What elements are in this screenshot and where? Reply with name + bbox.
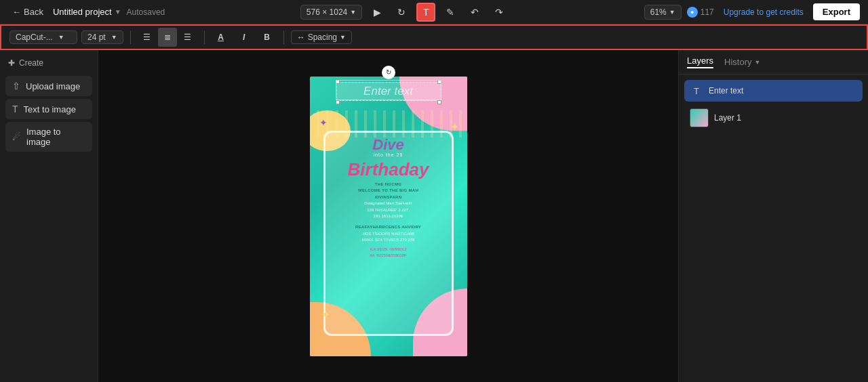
- color-button[interactable]: A: [212, 28, 231, 47]
- font-size-value: 24 pt: [87, 33, 106, 42]
- layer-item-0[interactable]: T Enter text: [684, 80, 863, 102]
- canvas-area[interactable]: ↻ Enter text: [98, 50, 678, 382]
- toolbar-divider-1: [130, 30, 131, 44]
- info-line-2: WELCOME TO THE BIG MAH: [331, 188, 446, 194]
- upgrade-button[interactable]: Upgrade to get credits: [719, 5, 808, 19]
- pen-tool-button[interactable]: ✎: [441, 3, 460, 22]
- font-size-selector[interactable]: 24 pt ▼: [81, 30, 123, 44]
- bold-button[interactable]: B: [258, 28, 277, 47]
- layers-list: T Enter text Layer 1: [679, 75, 868, 137]
- create-plus-icon: ✚: [8, 58, 15, 68]
- text-to-image-label: Text to image: [24, 104, 76, 114]
- font-name: CapCut-...: [16, 33, 53, 42]
- canvas-wrapper: ↻ Enter text: [310, 77, 467, 356]
- info-line-6: 191.1613.20209: [331, 213, 446, 220]
- info-line-5: 129 THSALREE' 2 227.: [331, 207, 446, 214]
- export-button[interactable]: Export: [813, 3, 860, 20]
- info-line-8: HOE TSIOOFR NARTICH98: [331, 231, 446, 238]
- handle-tr: [437, 80, 441, 84]
- info-line-1: THE NGCMG: [331, 182, 446, 188]
- layer-text-icon: T: [690, 84, 703, 98]
- info-line-4: Designated Mart Saelveith: [331, 200, 446, 207]
- left-sidebar: ✚ Create ⇧ Upload image T Text to image …: [0, 50, 98, 382]
- create-label: Create: [19, 58, 43, 68]
- rotate-handle[interactable]: ↻: [382, 66, 395, 79]
- credit-badge: ● 117: [687, 7, 714, 18]
- image-to-image-label: Image to image: [26, 127, 85, 147]
- align-left-button[interactable]: ☰: [138, 28, 157, 47]
- text-to-image-button[interactable]: T Text to image: [5, 99, 92, 119]
- project-name-area[interactable]: Untitled project ▼: [53, 7, 121, 17]
- text-toolbar: CapCut-... ▼ 24 pt ▼ ☰ ≣ ☰ A I B ↔ Spaci…: [0, 24, 868, 50]
- redo-button[interactable]: ↷: [490, 3, 509, 22]
- spacing-label: Spacing: [308, 33, 337, 42]
- subtitle-date-text: into the 29: [374, 152, 403, 157]
- history-label: History: [724, 57, 751, 67]
- info-line-9: 65N01 SF4 TTVELS 270 276: [331, 237, 446, 244]
- autosaved-label: Autosaved: [127, 7, 165, 17]
- credit-icon: ●: [687, 7, 698, 18]
- info-line-11: IM. 92150&059010F: [331, 253, 446, 259]
- tab-layers[interactable]: Layers: [687, 56, 713, 68]
- project-name: Untitled project: [53, 7, 112, 17]
- loop-button[interactable]: ↻: [392, 3, 411, 22]
- tab-history[interactable]: History ▼: [724, 57, 760, 67]
- align-right-button[interactable]: ☰: [178, 28, 197, 47]
- image-to-image-button[interactable]: ☄ Image to image: [5, 122, 92, 152]
- text-tool-button[interactable]: T: [416, 3, 435, 22]
- back-label: Back: [24, 7, 43, 17]
- italic-button[interactable]: I: [235, 28, 254, 47]
- top-header: ← Back Untitled project ▼ Autosaved 576 …: [0, 0, 868, 24]
- font-dropdown-icon: ▼: [58, 34, 64, 41]
- dropdown-icon: ▼: [115, 8, 121, 16]
- handle-br: [437, 100, 441, 104]
- right-sidebar: Layers History ▼ T Enter text Layer 1: [678, 50, 868, 382]
- create-header: ✚ Create: [5, 56, 92, 73]
- star-decoration-2: ✦: [319, 117, 328, 128]
- back-icon: ←: [12, 7, 21, 17]
- star-decoration: ✦: [450, 121, 459, 133]
- info-line-3: IDVINSPARN: [331, 194, 446, 201]
- align-group: ☰ ≣ ☰: [138, 28, 197, 47]
- text-to-image-icon: T: [12, 104, 18, 114]
- header-left: ← Back Untitled project ▼ Autosaved: [8, 5, 165, 19]
- layer-1-thumbnail: [690, 108, 709, 127]
- spacing-dropdown-icon: ▼: [340, 34, 346, 41]
- undo-button[interactable]: ↶: [465, 3, 484, 22]
- align-center-button[interactable]: ≣: [158, 28, 177, 47]
- spacing-button[interactable]: ↔ Spacing ▼: [291, 30, 352, 44]
- upload-image-button[interactable]: ⇧ Upload image: [5, 76, 92, 96]
- info-lines: THE NGCMG WELCOME TO THE BIG MAH IDVINSP…: [331, 182, 446, 260]
- birthday-text: Birthaday: [348, 159, 429, 180]
- dive-text: Dive: [372, 136, 403, 154]
- zoom-dropdown-icon: ▼: [669, 9, 675, 16]
- back-button[interactable]: ← Back: [8, 5, 47, 19]
- upload-label: Upload image: [26, 81, 80, 91]
- dimensions-value: 576 × 1024: [307, 7, 347, 17]
- upload-icon: ⇧: [12, 81, 20, 91]
- layers-tabs: Layers History ▼: [679, 50, 868, 75]
- history-chevron-icon: ▼: [754, 59, 760, 66]
- layer-item-1[interactable]: Layer 1: [684, 104, 863, 131]
- handle-bl: [336, 100, 340, 104]
- main-area: ✚ Create ⇧ Upload image T Text to image …: [0, 50, 868, 382]
- size-dropdown-icon: ▼: [111, 34, 117, 41]
- starfish-decoration: ✦: [321, 307, 331, 322]
- toolbar-divider-3: [283, 30, 284, 44]
- layer-0-name: Enter text: [709, 86, 857, 96]
- toolbar-divider-2: [204, 30, 205, 44]
- dimensions-dropdown-icon: ▼: [350, 9, 356, 16]
- play-button[interactable]: ▶: [368, 3, 387, 22]
- layer-1-name: Layer 1: [714, 113, 857, 123]
- image-to-image-icon: ☄: [12, 131, 21, 142]
- zoom-button[interactable]: 61% ▼: [644, 5, 682, 20]
- font-selector[interactable]: CapCut-... ▼: [9, 30, 77, 44]
- info-line-10: ILA.91/25. 09/99012: [331, 247, 446, 253]
- info-line-7: REAFAYHARRCENCS AHVIDRY: [331, 224, 446, 231]
- canvas-image[interactable]: Enter text Dive into the 29 Birthaday TH…: [310, 77, 467, 356]
- dimensions-button[interactable]: 576 × 1024 ▼: [300, 5, 362, 20]
- header-center: 576 × 1024 ▼ ▶ ↻ T ✎ ↶ ↷: [300, 3, 509, 22]
- text-overlay[interactable]: Enter text: [336, 82, 441, 101]
- header-right: 61% ▼ ● 117 Upgrade to get credits Expor…: [644, 3, 860, 20]
- credit-count: 117: [701, 7, 714, 17]
